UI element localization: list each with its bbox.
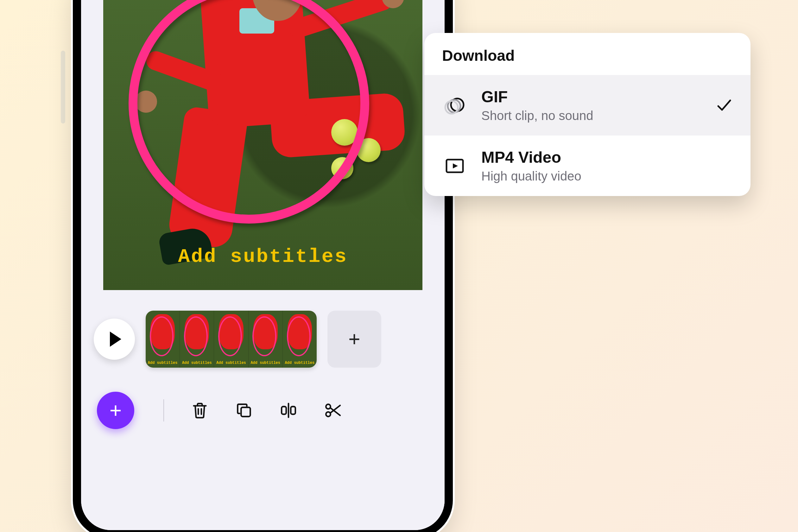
gif-motion-icon [442, 93, 468, 118]
svg-rect-0 [241, 407, 250, 416]
download-option-gif[interactable]: GIF Short clip, no sound [424, 75, 750, 135]
timeline-thumbnail[interactable]: Add subtitles [214, 311, 248, 368]
phone-screen: Add subtitles Add subtitles Add subtitle… [81, 0, 444, 530]
duplicate-button[interactable] [233, 399, 255, 421]
copy-icon [235, 401, 253, 420]
delete-button[interactable] [189, 399, 211, 421]
toolbar-divider [164, 399, 164, 421]
subtitle-text-overlay[interactable]: Add subtitles [103, 245, 422, 268]
thumb-subtitle: Add subtitles [180, 361, 214, 365]
plus-icon: + [110, 398, 122, 422]
video-canvas[interactable]: Add subtitles [103, 0, 422, 290]
play-button[interactable] [94, 319, 135, 360]
plus-icon: + [348, 327, 360, 351]
video-file-icon [442, 153, 468, 178]
timeline: Add subtitles Add subtitles Add subtitle… [94, 309, 432, 369]
thumb-subtitle: Add subtitles [283, 361, 317, 365]
add-fab-button[interactable]: + [97, 392, 134, 429]
split-button[interactable] [278, 399, 300, 421]
thumb-subtitle: Add subtitles [249, 361, 283, 365]
bottom-toolbar: + [94, 388, 432, 433]
phone-frame: Add subtitles Add subtitles Add subtitle… [73, 0, 453, 532]
thumb-subtitle: Add subtitles [214, 361, 248, 365]
option-label: MP4 Video [481, 148, 733, 167]
option-label: GIF [481, 88, 701, 106]
split-icon [279, 401, 298, 420]
clip-strip[interactable]: Add subtitles Add subtitles Add subtitle… [146, 311, 317, 368]
timeline-thumbnail[interactable]: Add subtitles [283, 311, 317, 368]
option-description: Short clip, no sound [481, 109, 701, 123]
selected-check-icon [715, 97, 733, 114]
add-clip-button[interactable]: + [327, 311, 381, 368]
cut-button[interactable] [322, 399, 344, 421]
trash-icon [191, 401, 209, 420]
play-icon [110, 331, 121, 347]
popover-title: Download [424, 33, 750, 75]
scissors-icon [324, 401, 342, 420]
svg-rect-1 [282, 406, 286, 414]
phone-side-button [61, 51, 65, 124]
svg-rect-2 [291, 406, 296, 414]
timeline-thumbnail[interactable]: Add subtitles [249, 311, 283, 368]
timeline-thumbnail[interactable]: Add subtitles [146, 311, 180, 368]
timeline-thumbnail[interactable]: Add subtitles [180, 311, 214, 368]
download-option-mp4[interactable]: MP4 Video High quality video [424, 135, 750, 196]
download-popover: Download GIF Short clip, no sound MP4 Vi… [424, 33, 750, 196]
thumb-subtitle: Add subtitles [146, 361, 179, 365]
option-description: High quality video [481, 169, 733, 183]
